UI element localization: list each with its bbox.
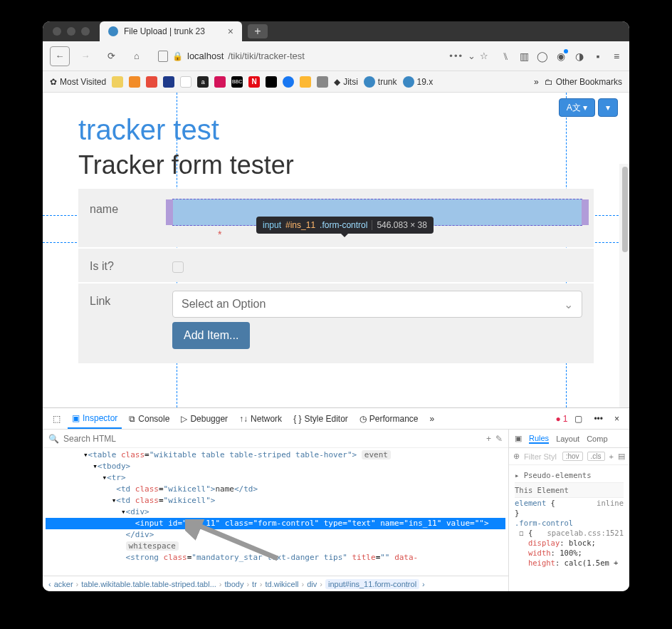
devtools-overflow-icon[interactable]: » xyxy=(426,408,439,429)
breadcrumb-next-icon[interactable]: › xyxy=(422,580,425,588)
tracking-shield-icon xyxy=(158,51,168,62)
inspector-tab[interactable]: ▣ Inspector xyxy=(68,408,122,429)
link-select[interactable]: Select an Option ⌄ xyxy=(172,291,582,318)
breadcrumb[interactable]: ‹ acker› table.wikitable.table.table-str… xyxy=(43,576,508,591)
rules-panel: ▣ Rules Layout Comp ⊕ Filter Styl :hov .… xyxy=(508,430,629,591)
navbar: ← → ⟳ ⌂ 🔒 localhost/tiki/tiki/tracker-te… xyxy=(43,41,629,71)
side-tabs: ▣ Rules Layout Comp xyxy=(509,430,629,448)
browser-window: File Upload | trunk 23 × + ← → ⟳ ⌂ 🔒 loc… xyxy=(43,21,629,591)
account-icon[interactable]: ◯ xyxy=(537,51,548,62)
bookmark-icon[interactable] xyxy=(283,76,294,88)
console-tab[interactable]: ⧉ Console xyxy=(125,408,174,429)
markup-panel[interactable]: ▾<table class="wikitable table table-str… xyxy=(43,448,508,576)
breadcrumb-prev-icon[interactable]: ‹ xyxy=(48,580,51,588)
home-button[interactable]: ⌂ xyxy=(127,46,147,66)
devtools-search: 🔍 + ✎ xyxy=(43,430,508,448)
isit-checkbox[interactable] xyxy=(172,261,184,273)
form-row-isit: Is it? xyxy=(78,249,594,282)
tab-close-icon[interactable]: × xyxy=(228,26,233,37)
bookmark-icon[interactable]: N xyxy=(248,76,260,88)
forward-button: → xyxy=(75,46,95,66)
bookmark-icon[interactable] xyxy=(180,76,191,88)
print-sim-icon[interactable]: ▤ xyxy=(618,452,625,461)
hov-toggle[interactable]: :hov xyxy=(562,452,583,461)
url-actions-icon[interactable]: ••• xyxy=(449,51,463,61)
inspect-tooltip: input#ins_11.form-control 546.083 × 38 xyxy=(256,217,434,234)
back-button[interactable]: ← xyxy=(50,46,70,66)
bookmark-icon[interactable] xyxy=(112,76,123,88)
toolbar-icons: ⑊ ▥ ◯ ◉ ◑ ▪ ≡ xyxy=(500,51,622,62)
cls-toggle[interactable]: .cls xyxy=(587,452,605,461)
debugger-tab[interactable]: ▷ Debugger xyxy=(177,408,232,429)
url-path: /tiki/tiki/tracker-test xyxy=(228,51,305,61)
scrollbar[interactable] xyxy=(619,164,629,407)
selected-markup-line: <input id="ins_11" class="form-control" … xyxy=(46,518,505,529)
bookmark-icon[interactable]: a xyxy=(197,76,209,88)
rules-tab[interactable]: Rules xyxy=(529,434,549,444)
extension-icon[interactable]: ▪ xyxy=(592,51,604,62)
url-bar[interactable]: 🔒 localhost/tiki/tiki/tracker-test ••• ⌄… xyxy=(152,46,494,66)
titlebar: File Upload | trunk 23 × + xyxy=(43,21,629,41)
extension-icon[interactable]: ◑ xyxy=(574,51,585,62)
pick-element-button[interactable]: ⬚ xyxy=(48,408,65,429)
page-title: tracker test xyxy=(78,114,594,146)
bookmark-most-visited[interactable]: ✿ Most Visited xyxy=(50,77,106,87)
bookmark-icon[interactable] xyxy=(146,76,157,88)
reload-button[interactable]: ⟳ xyxy=(101,46,121,66)
chevron-down-icon: ⌄ xyxy=(564,298,573,311)
url-host: localhost xyxy=(187,51,224,61)
add-item-button[interactable]: Add Item... xyxy=(172,322,250,349)
bookmark-icon[interactable] xyxy=(129,76,140,88)
error-badge[interactable]: ● 1 xyxy=(555,414,567,424)
page-subtitle: Tracker form tester xyxy=(78,150,594,180)
required-star-icon: * xyxy=(218,229,221,240)
devtools-close-icon[interactable]: × xyxy=(610,408,624,429)
bookmark-icon[interactable] xyxy=(214,76,226,88)
new-tab-button[interactable]: + xyxy=(248,24,268,38)
bookmark-star-icon[interactable]: ☆ xyxy=(480,51,488,61)
bookmark-jitsi[interactable]: ◆ Jitsi xyxy=(334,77,358,87)
eyedropper-icon[interactable]: ✎ xyxy=(495,434,503,444)
search-html-input[interactable] xyxy=(63,434,482,444)
favicon-icon xyxy=(108,26,118,36)
form-row-link: Link Select an Option ⌄ Add Item... xyxy=(78,284,594,363)
link-label: Link xyxy=(90,291,161,308)
library-icon[interactable]: ⑊ xyxy=(500,51,511,62)
add-node-button[interactable]: + xyxy=(486,434,491,444)
bookmark-19x[interactable]: 19.x xyxy=(403,76,434,88)
name-label: name xyxy=(90,199,161,216)
performance-tab[interactable]: ◷ Performance xyxy=(355,408,423,429)
other-bookmarks-folder[interactable]: 🗀 Other Bookmarks xyxy=(545,77,622,87)
layout-tab[interactable]: Layout xyxy=(556,435,579,443)
rules-list[interactable]: ▸ Pseudo-elements This Element element {… xyxy=(509,465,629,571)
bookmarks-overflow-icon[interactable]: » xyxy=(534,77,539,87)
dock-button[interactable]: ▢ xyxy=(570,408,587,429)
page-content: A文 ▾ ▾ tracker test Tracker form tester … xyxy=(43,93,629,407)
bookmark-icon[interactable] xyxy=(163,76,174,88)
bookmark-icon[interactable] xyxy=(300,76,311,88)
search-icon: 🔍 xyxy=(48,434,59,444)
tab-title: File Upload | trunk 23 xyxy=(124,26,205,36)
bookmarks-bar: ✿ Most Visited a BBC N ◆ Jitsi trunk 19.… xyxy=(43,71,629,93)
browser-tab[interactable]: File Upload | trunk 23 × xyxy=(100,21,242,41)
bookmark-icon[interactable] xyxy=(317,76,328,88)
bookmark-icon[interactable] xyxy=(266,76,277,88)
bookmark-trunk[interactable]: trunk xyxy=(364,76,397,88)
devtools-menu-icon[interactable]: ••• xyxy=(589,408,607,429)
filter-icon: ⊕ xyxy=(513,452,520,461)
network-tab[interactable]: ↑↓ Network xyxy=(235,408,286,429)
menu-icon[interactable]: ≡ xyxy=(611,51,622,62)
box-model-icon[interactable]: ▣ xyxy=(515,434,522,443)
bookmark-icon[interactable]: BBC xyxy=(231,76,243,88)
filter-input[interactable]: Filter Styl xyxy=(524,452,558,461)
filter-bar: ⊕ Filter Styl :hov .cls + ▤ xyxy=(509,448,629,465)
window-controls[interactable] xyxy=(43,27,100,36)
sidebar-icon[interactable]: ▥ xyxy=(518,51,530,62)
isit-label: Is it? xyxy=(90,256,161,273)
lock-icon: 🔒 xyxy=(172,51,183,61)
style-editor-tab[interactable]: { } Style Editor xyxy=(289,408,352,429)
add-rule-button[interactable]: + xyxy=(609,452,614,461)
computed-tab[interactable]: Comp xyxy=(587,435,607,443)
onepassword-icon[interactable]: ◉ xyxy=(555,51,567,62)
pocket-icon[interactable]: ⌄ xyxy=(468,51,476,61)
